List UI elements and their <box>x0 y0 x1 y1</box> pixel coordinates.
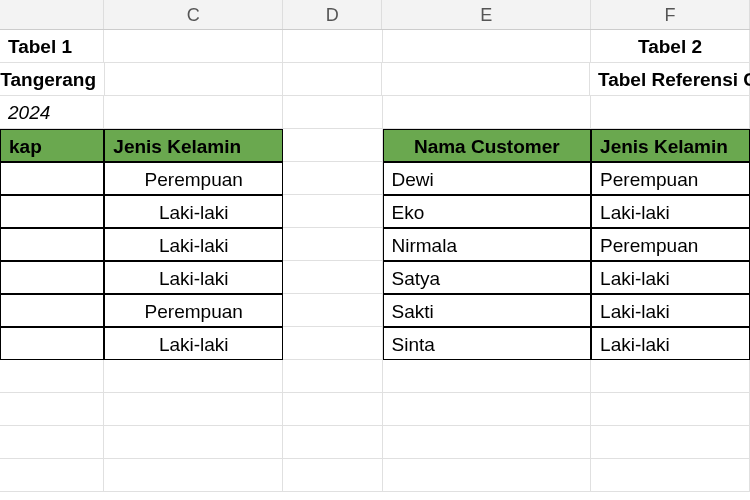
cell[interactable] <box>283 63 382 96</box>
tabel2-jk[interactable]: Laki-laki <box>591 294 750 327</box>
tabel2-jk[interactable]: Laki-laki <box>591 261 750 294</box>
tabel2-nama[interactable]: Sakti <box>383 294 592 327</box>
tabel2-nama[interactable]: Eko <box>383 195 592 228</box>
tabel1-nama[interactable] <box>0 228 104 261</box>
tabel1-nama[interactable] <box>0 327 104 360</box>
tabel2-nama[interactable]: Nirmala <box>383 228 592 261</box>
cell[interactable] <box>283 360 382 393</box>
cell[interactable] <box>104 96 283 129</box>
tabel2-header-nama[interactable]: Nama Customer <box>383 129 592 162</box>
tabel2-jk[interactable]: Laki-laki <box>591 327 750 360</box>
tabel2-nama[interactable]: Dewi <box>383 162 592 195</box>
tabel1-jk[interactable]: Perempuan <box>104 162 283 195</box>
cell[interactable] <box>383 30 592 63</box>
cell[interactable] <box>383 360 592 393</box>
cell[interactable] <box>0 360 104 393</box>
tabel1-jk[interactable]: Laki-laki <box>104 195 283 228</box>
cell[interactable] <box>283 228 382 261</box>
tabel1-year[interactable]: 2024 <box>0 96 104 129</box>
tabel1-jk[interactable]: Laki-laki <box>104 261 283 294</box>
cell[interactable] <box>0 426 104 459</box>
cell[interactable] <box>283 30 382 63</box>
column-header-b[interactable] <box>0 0 104 29</box>
cell[interactable] <box>383 426 592 459</box>
cell[interactable] <box>283 129 382 162</box>
cell[interactable] <box>591 360 750 393</box>
tabel1-header-nama[interactable]: kap <box>0 129 104 162</box>
spreadsheet: C D E F Tabel 1 Tabel 2 n Service Mobil … <box>0 0 750 500</box>
column-header-d[interactable]: D <box>283 0 382 29</box>
tabel2-jk[interactable]: Perempuan <box>591 228 750 261</box>
cell[interactable] <box>383 459 592 492</box>
cell[interactable] <box>283 294 382 327</box>
cell[interactable] <box>591 96 750 129</box>
cell[interactable] <box>283 459 382 492</box>
tabel2-subtitle[interactable]: Tabel Referensi Custo <box>590 63 750 96</box>
cell[interactable] <box>283 426 382 459</box>
cell[interactable] <box>104 426 283 459</box>
cell[interactable] <box>283 96 382 129</box>
cell[interactable] <box>283 162 382 195</box>
tabel1-nama[interactable] <box>0 195 104 228</box>
column-header-e[interactable]: E <box>382 0 591 29</box>
cell[interactable] <box>0 459 104 492</box>
cell[interactable] <box>283 327 382 360</box>
grid: Tabel 1 Tabel 2 n Service Mobil Tangeran… <box>0 30 750 492</box>
tabel1-subtitle[interactable]: n Service Mobil Tangerang <box>0 63 105 96</box>
tabel2-nama[interactable]: Sinta <box>383 327 592 360</box>
cell[interactable] <box>283 393 382 426</box>
cell[interactable] <box>104 30 283 63</box>
cell[interactable] <box>105 63 283 96</box>
cell[interactable] <box>383 96 592 129</box>
cell[interactable] <box>591 426 750 459</box>
tabel2-header-jk[interactable]: Jenis Kelamin <box>591 129 750 162</box>
column-headers-row: C D E F <box>0 0 750 30</box>
tabel2-jk[interactable]: Perempuan <box>591 162 750 195</box>
tabel1-header-jk[interactable]: Jenis Kelamin <box>104 129 283 162</box>
tabel1-nama[interactable] <box>0 261 104 294</box>
cell[interactable] <box>591 459 750 492</box>
cell[interactable] <box>104 360 283 393</box>
cell[interactable] <box>383 393 592 426</box>
tabel1-title[interactable]: Tabel 1 <box>0 30 104 63</box>
tabel1-nama[interactable] <box>0 162 104 195</box>
cell[interactable] <box>382 63 590 96</box>
tabel1-jk[interactable]: Perempuan <box>104 294 283 327</box>
cell[interactable] <box>591 393 750 426</box>
column-header-c[interactable]: C <box>104 0 283 29</box>
cell[interactable] <box>104 459 283 492</box>
cell[interactable] <box>283 195 382 228</box>
cell[interactable] <box>283 261 382 294</box>
tabel2-jk[interactable]: Laki-laki <box>591 195 750 228</box>
tabel2-nama[interactable]: Satya <box>383 261 592 294</box>
tabel2-title[interactable]: Tabel 2 <box>591 30 750 63</box>
cell[interactable] <box>104 393 283 426</box>
column-header-f[interactable]: F <box>591 0 750 29</box>
tabel1-nama[interactable] <box>0 294 104 327</box>
cell[interactable] <box>0 393 104 426</box>
tabel1-jk[interactable]: Laki-laki <box>104 327 283 360</box>
tabel1-jk[interactable]: Laki-laki <box>104 228 283 261</box>
